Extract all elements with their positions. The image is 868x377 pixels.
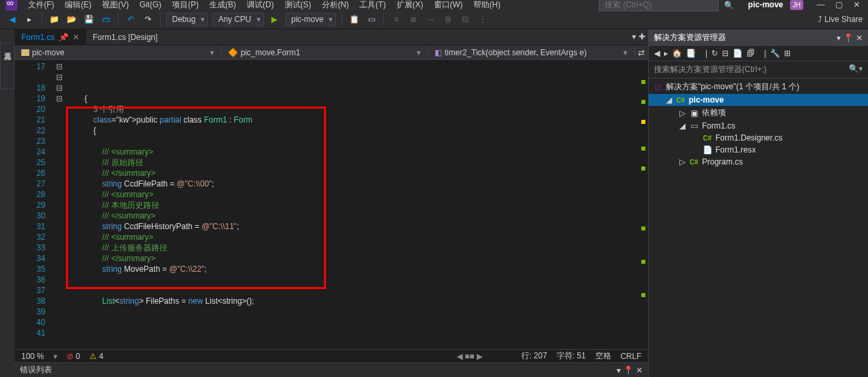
search-placeholder-label: 搜索解决方案资源管理器(Ctrl+;) — [654, 64, 849, 75]
menu-ext[interactable]: 扩展(X) — [393, 0, 427, 12]
platform-dropdown[interactable]: Any CPU — [212, 13, 263, 26]
minimize-icon[interactable]: — — [814, 0, 827, 12]
tab-dropdown-icon[interactable]: ▾ — [632, 32, 636, 42]
program-node[interactable]: ▷ C# Program.cs — [649, 156, 868, 168]
expand-icon[interactable]: ▷ — [679, 109, 686, 118]
sol-refresh-icon[interactable]: ↻ — [711, 49, 718, 58]
deps-node[interactable]: ▷ ▣ 依赖项 — [649, 106, 868, 120]
designer-node[interactable]: C# Form1.Designer.cs — [649, 132, 868, 144]
ins-mode[interactable]: 空格 — [595, 350, 611, 362]
tb-icon-2[interactable]: ▭ — [365, 13, 378, 26]
menu-test[interactable]: 测试(S) — [281, 0, 315, 12]
menu-help[interactable]: 帮助(H) — [469, 0, 505, 12]
toolbox-panel[interactable]: 工具箱 — [0, 43, 15, 89]
menu-view[interactable]: 视图(V) — [98, 0, 133, 12]
tab-form1-cs[interactable]: Form1.cs 📌 ✕ — [15, 29, 86, 45]
sol-back-icon[interactable]: ◀ — [654, 49, 660, 58]
menu-file[interactable]: 文件(F) — [24, 0, 58, 12]
menu-window[interactable]: 窗口(W) — [430, 0, 467, 12]
search-icon[interactable]: 🔍 — [724, 1, 732, 9]
undo-icon[interactable]: ↶ — [124, 13, 137, 26]
panel-dropdown-icon[interactable]: ▾ — [617, 366, 621, 375]
sol-props-icon[interactable]: 🗐 — [747, 49, 755, 58]
start-dropdown[interactable]: pic-move — [285, 13, 337, 26]
solution-node[interactable]: ⊡ 解决方案"pic-move"(1 个项目/共 1 个) — [649, 80, 868, 94]
pin-icon[interactable]: 📌 — [59, 33, 69, 42]
tb-icon-3[interactable]: ≡ — [389, 13, 403, 26]
solution-search[interactable]: 搜索解决方案资源管理器(Ctrl+;) 🔍▾ — [649, 61, 868, 79]
panel-dropdown-icon[interactable]: ▾ — [837, 33, 841, 43]
sol-wrench-icon[interactable]: 🔧 — [770, 49, 780, 58]
open-icon[interactable]: 📂 — [65, 13, 78, 26]
new-project-icon[interactable]: 📁 — [47, 13, 61, 26]
tb-icon-1[interactable]: 📋 — [347, 13, 361, 26]
panel-pin-icon[interactable]: 📍 — [623, 366, 633, 375]
tab-form1-design[interactable]: Form1.cs [Design] — [86, 29, 164, 45]
solution-icon: ⊡ — [653, 83, 663, 92]
redo-icon[interactable]: ↷ — [141, 13, 155, 26]
cursor-line: 行: 207 — [521, 350, 547, 362]
search-dropdown-icon[interactable]: 🔍▾ — [849, 64, 863, 75]
tb-icon-7[interactable]: ⊟ — [459, 13, 472, 26]
menu-edit[interactable]: 编辑(E) — [61, 0, 95, 12]
expand-icon[interactable]: ◢ — [666, 95, 673, 105]
zoom-level[interactable]: 100 % — [21, 352, 44, 361]
tb-icon-4[interactable]: ≣ — [407, 13, 420, 26]
cs-file-icon: C# — [702, 135, 713, 142]
split-icon[interactable]: ✚ — [639, 32, 645, 42]
start-icon[interactable]: ▶ — [268, 13, 281, 26]
menu-build[interactable]: 生成(B) — [205, 0, 240, 12]
sol-home-icon[interactable]: 🏠 — [672, 49, 682, 58]
sol-sync-icon[interactable]: 📑 — [686, 49, 696, 58]
project-node[interactable]: ◢ C# pic-move — [649, 94, 868, 106]
encoding[interactable]: CRLF — [621, 352, 641, 361]
tab-close-icon[interactable]: ✕ — [73, 33, 79, 42]
menu-debug[interactable]: 调试(D) — [243, 0, 278, 12]
close-icon[interactable]: ✕ — [851, 0, 863, 12]
vs-logo — [5, 0, 17, 11]
minimap[interactable] — [639, 60, 648, 349]
solution-tree: ⊡ 解决方案"pic-move"(1 个项目/共 1 个) ◢ C# pic-m… — [649, 79, 868, 377]
panel-close-icon[interactable]: ✕ — [636, 366, 643, 375]
live-share-button[interactable]: ⤴ Live Share — [818, 15, 863, 24]
search-input[interactable] — [599, 0, 719, 11]
solution-explorer-header: 解决方案资源管理器 ▾ 📍 ✕ — [649, 29, 868, 46]
menu-git[interactable]: Git(G) — [135, 0, 165, 11]
resx-node[interactable]: 📄 Form1.resx — [649, 144, 868, 156]
split-editor-icon[interactable]: ⇄ — [635, 48, 648, 57]
expand-icon[interactable]: ◢ — [679, 121, 686, 131]
tb-icon-8[interactable]: ⋮ — [476, 13, 489, 26]
warning-count[interactable]: ⚠ 4 — [89, 352, 103, 361]
node-label: Form1.Designer.cs — [715, 133, 783, 143]
deps-icon: ▣ — [689, 109, 699, 118]
fold-gutter[interactable]: ⊟⊟⊟⊟ — [55, 60, 64, 349]
tb-icon-6[interactable]: ⊞ — [441, 13, 455, 26]
save-all-icon[interactable]: 🗃 — [99, 13, 113, 26]
sol-view-icon[interactable]: ⊞ — [784, 49, 791, 58]
user-badge[interactable]: JH — [790, 0, 803, 10]
sol-fwd-icon[interactable]: ▸ — [664, 49, 668, 58]
config-dropdown[interactable]: Debug — [166, 13, 208, 26]
nav-back-icon[interactable]: ◀ — [5, 13, 19, 26]
menu-tools[interactable]: 工具(T) — [355, 0, 389, 12]
sol-show-all-icon[interactable]: 📄 — [733, 49, 743, 58]
expand-icon[interactable]: ▷ — [679, 157, 686, 167]
code-editor[interactable]: { 3 个引用 class="kw">public partial class … — [64, 60, 639, 349]
resx-icon: 📄 — [702, 145, 713, 155]
maximize-icon[interactable]: ▢ — [833, 0, 845, 12]
error-list-panel[interactable]: 错误列表 ▾ 📍 ✕ — [15, 362, 648, 377]
save-icon[interactable]: 💾 — [82, 13, 95, 26]
error-count[interactable]: ⊘ 0 — [67, 352, 80, 361]
menu-analyze[interactable]: 分析(N) — [318, 0, 353, 12]
nav-fwd-icon[interactable]: ▸ — [23, 13, 36, 26]
panel-pin-icon[interactable]: 📍 — [843, 33, 853, 43]
crumb-class[interactable]: 🔶 pic_move.Form1 — [221, 47, 428, 59]
tb-icon-5[interactable]: ↔ — [424, 13, 437, 26]
form1-node[interactable]: ◢ ▭ Form1.cs — [649, 120, 868, 132]
crumb-project[interactable]: pic-move — [15, 47, 221, 59]
panel-close-icon[interactable]: ✕ — [856, 33, 863, 43]
crumb-method[interactable]: ◧ timer2_Tick(object sender, EventArgs e… — [428, 47, 635, 59]
menu-project[interactable]: 项目(P) — [168, 0, 203, 12]
sol-collapse-icon[interactable]: ⊟ — [722, 49, 729, 58]
live-share-label: Live Share — [825, 15, 863, 24]
